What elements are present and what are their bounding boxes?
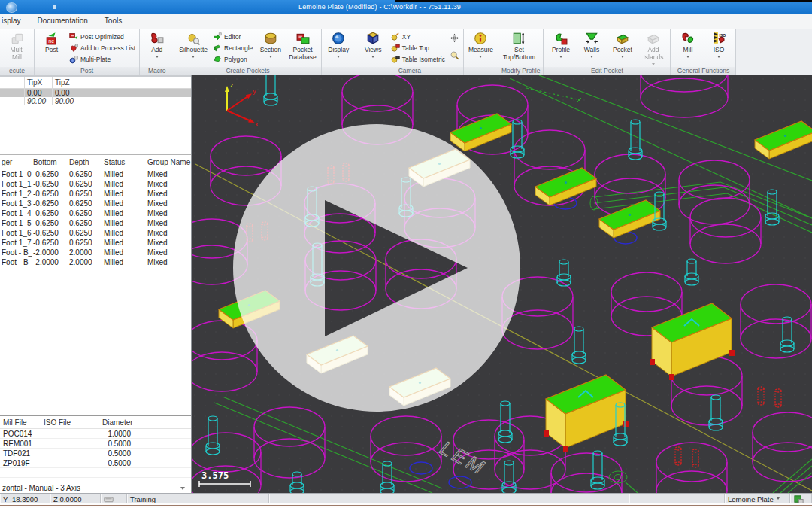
- ribbon-button-table-isometric[interactable]: Table Isometric: [391, 54, 445, 64]
- pocket-cell: Milled: [102, 248, 146, 257]
- pocket-cell: Foot 1_7: [0, 239, 32, 247]
- ribbon-button-add-to-process-list[interactable]: Add to Process List: [69, 43, 135, 53]
- ribbon-button-multi-plate[interactable]: Multi-Plate: [69, 54, 135, 64]
- ribbon-button-measure[interactable]: Measure: [465, 29, 496, 67]
- ribbon-button-label: Post Optimized: [80, 33, 124, 41]
- pocket-table-row[interactable]: Foot 1_2-0.62500.6250MilledMixed: [0, 189, 191, 199]
- tool-col-mil-file[interactable]: Mil File: [0, 418, 42, 427]
- tip-cell-tipz: 90.00: [52, 97, 80, 105]
- tool-table-row[interactable]: REM0010.5000: [0, 439, 191, 449]
- axis-label-x: x: [255, 120, 259, 128]
- pocket-table-row[interactable]: Foot 1_0-0.62500.6250MilledMixed: [0, 169, 191, 179]
- svg-text:nc: nc: [48, 38, 54, 44]
- pocket-col-bottom[interactable]: Bottom: [32, 158, 68, 166]
- pocket-cell: 2.0000: [68, 248, 102, 257]
- viewport-3d[interactable]: LEMzyx3.575: [192, 75, 812, 493]
- box-foot: [650, 359, 655, 365]
- add-islands-icon: [647, 32, 660, 45]
- ribbon-button-set-top-bottom[interactable]: Set Top/Bottom: [500, 29, 538, 67]
- pocket-table-row[interactable]: Foot 1_3-0.62500.6250MilledMixed: [0, 199, 191, 208]
- pocket-cell: Mixed: [146, 229, 191, 237]
- ribbon-button-zoom-tool[interactable]: [450, 50, 459, 63]
- ribbon-button-label: Section: [260, 47, 281, 54]
- table-isometric-icon: [391, 55, 400, 64]
- ribbon-group-label: ecute: [0, 67, 34, 75]
- ribbon-button-editor[interactable]: Editor: [213, 32, 253, 41]
- ribbon-button-pocket[interactable]: Pocket: [607, 29, 638, 67]
- status-plate-dropdown[interactable]: Lemoine Plate: [725, 494, 790, 504]
- machine-mode-dropdown[interactable]: zontal - Manual - 3 Axis: [0, 482, 191, 494]
- window-title: Lemoine Plate (Modified) - C:\Workdir - …: [0, 3, 786, 11]
- pocket-table-row[interactable]: Foot 1_4-0.62500.6250MilledMixed: [0, 208, 191, 218]
- menu-tools[interactable]: Tools: [96, 14, 130, 29]
- ribbon-button-label: Multi Mill: [11, 47, 24, 62]
- pocket-col-group[interactable]: Group Name: [146, 158, 191, 166]
- chevron-down-icon: [590, 56, 593, 59]
- status-mode: Training: [127, 494, 269, 504]
- status-plate-icon-cell[interactable]: [790, 494, 812, 504]
- tool-col-diameter[interactable]: Diameter: [102, 418, 131, 427]
- pocket-table-row[interactable]: Foot 1_6-0.62500.6250MilledMixed: [0, 228, 191, 238]
- pocket-table-row[interactable]: Foot 1_1-0.62500.6250MilledMixed: [0, 179, 191, 189]
- set-top-bottom-icon: [512, 32, 526, 45]
- tool-cell: 0.5000: [102, 449, 131, 458]
- pocket-cell: Foot 1_2: [0, 190, 32, 198]
- tool-table-row[interactable]: POC0141.0000: [0, 429, 191, 439]
- chevron-down-icon: [717, 56, 720, 59]
- ribbon-button-silhouette[interactable]: Silhouette: [176, 29, 211, 67]
- pocket-table-row[interactable]: Foot - B_8-2.00002.0000MilledMixed: [0, 248, 191, 257]
- ribbon-button-walls[interactable]: Walls: [576, 29, 607, 67]
- direction-mark: [629, 214, 631, 216]
- chevron-down-icon: [686, 56, 689, 59]
- ribbon-button-xy[interactable]: XY: [391, 32, 445, 41]
- ribbon-button-section[interactable]: Section: [255, 29, 286, 67]
- axis-label-z: z: [230, 81, 234, 89]
- ribbon-button-post-optimized[interactable]: Post Optimized: [69, 32, 135, 41]
- ribbon-button-mill[interactable]: Mill: [672, 29, 703, 67]
- tool-table-row[interactable]: [0, 468, 191, 478]
- post-optimized-icon: [69, 32, 78, 41]
- tip-row-selected[interactable]: 0.00 0.00: [0, 89, 191, 97]
- ribbon-button-table-top[interactable]: Table Top: [391, 43, 445, 53]
- pocket-table-row[interactable]: Foot - B_9-2.00002.0000MilledMixed: [0, 257, 191, 267]
- pocket-table-row[interactable]: Foot 1_7-0.62500.6250MilledMixed: [0, 238, 191, 248]
- ribbon-button-add[interactable]: Add: [141, 29, 172, 67]
- chevron-down-icon: [559, 56, 562, 59]
- tool-table-header: Mil File ISO File Diameter: [0, 416, 191, 429]
- ribbon-button-rectangle[interactable]: Rectangle: [213, 43, 253, 53]
- pocket-cell: -0.6250: [32, 199, 68, 208]
- menu-documentation[interactable]: Documentation: [29, 14, 96, 29]
- ribbon-button-profile[interactable]: Profile: [545, 29, 576, 67]
- pocket-cell: 0.6250: [68, 239, 102, 247]
- tool-table-row[interactable]: TDF0210.5000: [0, 449, 191, 458]
- ribbon-button-label: Rectangle: [224, 44, 253, 52]
- pocket-cell: 0.6250: [68, 170, 102, 178]
- tool-table-row[interactable]: ZP019F0.5000: [0, 458, 191, 468]
- ribbon-button-views[interactable]: Views: [358, 29, 389, 67]
- ribbon-button-fit-view[interactable]: [450, 32, 459, 46]
- ribbon-button-iso[interactable]: ISOISO: [703, 29, 734, 67]
- multi-mill-icon: [11, 32, 24, 45]
- axis-label-y: y: [253, 87, 256, 95]
- ribbon-button-post[interactable]: ncPost: [36, 29, 67, 67]
- tip-cell-tipz: 0.00: [52, 89, 80, 97]
- ribbon-button-pocket-database[interactable]: Pocket Database: [286, 29, 319, 67]
- ribbon-button-polygon[interactable]: Polygon: [213, 54, 253, 64]
- ribbon-button-display[interactable]: Display: [323, 29, 354, 67]
- post-icon: nc: [45, 32, 59, 45]
- ribbon-button-multi-mill: Multi Mill: [2, 29, 32, 67]
- svg-text:ISO: ISO: [720, 33, 726, 38]
- pocket-col-depth[interactable]: Depth: [68, 158, 102, 166]
- section-icon: [264, 32, 277, 45]
- pocket-table-row[interactable]: Foot 1_5-0.62500.6250MilledMixed: [0, 218, 191, 228]
- pocket-cell: -0.6250: [32, 239, 68, 247]
- chevron-down-icon: [621, 56, 624, 59]
- menu-isplay[interactable]: isplay: [0, 14, 29, 29]
- tip-row[interactable]: 90.00 90.00: [0, 97, 191, 105]
- pocket-cell: Mixed: [146, 190, 191, 198]
- statusbar: Y -18.3900 Z 0.0000 Training Lemoine Pla…: [0, 493, 812, 504]
- mill-icon: [681, 32, 695, 45]
- pocket-col-status[interactable]: Status: [102, 158, 146, 166]
- pocket-cell: Mixed: [146, 248, 191, 257]
- tool-col-iso-file[interactable]: ISO File: [42, 418, 102, 427]
